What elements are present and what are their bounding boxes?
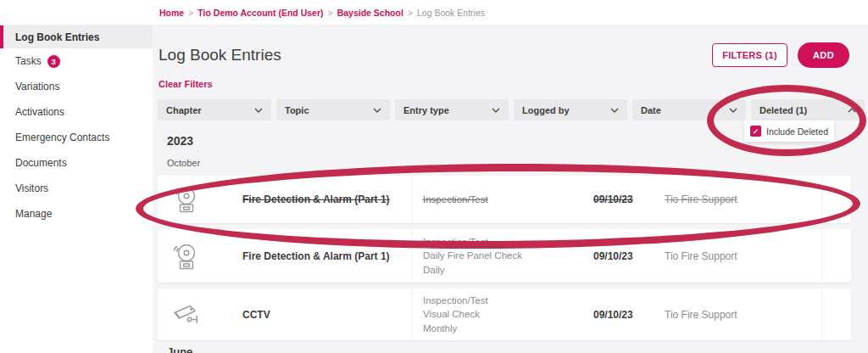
filters-button[interactable]: FILTERS (1) bbox=[712, 43, 787, 67]
log-entry-row-deleted[interactable]: Fire Detection & Alarm (Part 1) Inspecti… bbox=[158, 176, 851, 223]
filter-dropdown-logged-by[interactable]: Logged by bbox=[514, 99, 627, 120]
main-content: Log Book Entries FILTERS (1) ADD Clear F… bbox=[153, 25, 868, 353]
entry-type: Inspection/Test bbox=[423, 235, 593, 249]
sidebar-item-log-book-entries[interactable]: Log Book Entries bbox=[0, 25, 153, 48]
filter-dropdown-deleted[interactable]: Deleted (1) bbox=[751, 99, 865, 120]
cctv-camera-icon bbox=[158, 302, 242, 328]
tasks-count-badge: 3 bbox=[47, 55, 60, 68]
entry-title: Fire Detection & Alarm (Part 1) bbox=[242, 250, 412, 262]
sidebar-item-visitors[interactable]: Visitors bbox=[0, 176, 153, 201]
entry-date: 09/10/23 bbox=[593, 250, 665, 262]
entry-date: 09/10/23 bbox=[593, 309, 665, 321]
include-deleted-checkbox[interactable] bbox=[750, 126, 761, 137]
group-month-heading: October bbox=[167, 158, 200, 168]
log-entry-row[interactable]: CCTV Inspection/Test Visual Check Monthl… bbox=[158, 289, 851, 340]
group-year-heading: 2023 bbox=[167, 134, 193, 148]
filter-bar: Chapter Topic Entry type Logged by Date … bbox=[158, 99, 865, 120]
sidebar-item-label: Manage bbox=[15, 208, 52, 220]
breadcrumb-site[interactable]: Bayside School bbox=[337, 8, 403, 18]
sidebar-item-label: Activations bbox=[15, 106, 64, 118]
entry-details: Inspection/Test Daily Fire Panel Check D… bbox=[412, 229, 593, 283]
sidebar-item-label: Variations bbox=[15, 81, 59, 92]
dropdown-label: Entry type bbox=[403, 105, 449, 115]
breadcrumb-home[interactable]: Home bbox=[159, 8, 184, 18]
include-deleted-panel: Include Deleted bbox=[744, 120, 834, 142]
dropdown-label: Logged by bbox=[522, 105, 570, 115]
include-deleted-label: Include Deleted bbox=[766, 126, 828, 137]
chevron-down-icon bbox=[373, 108, 381, 113]
entry-frequency: Monthly bbox=[423, 322, 593, 335]
sidebar-item-emergency-contacts[interactable]: Emergency Contacts bbox=[0, 125, 153, 150]
log-book-entries-page: Home > Tio Demo Account (End User) > Bay… bbox=[0, 0, 868, 353]
chevron-up-icon bbox=[848, 108, 856, 113]
entry-logged-by: Tio Fire Support bbox=[665, 193, 851, 205]
sidebar-item-label: Log Book Entries bbox=[15, 31, 99, 43]
breadcrumb-separator: > bbox=[328, 8, 333, 18]
page-title: Log Book Entries bbox=[159, 46, 281, 64]
chevron-down-icon bbox=[729, 108, 737, 113]
entry-details: Inspection/Test bbox=[412, 176, 593, 223]
breadcrumb-separator: > bbox=[188, 8, 193, 18]
breadcrumb-separator: > bbox=[408, 8, 413, 18]
entry-date: 09/10/23 bbox=[593, 193, 665, 205]
sidebar-item-activations[interactable]: Activations bbox=[0, 99, 153, 125]
entry-type: Inspection/Test bbox=[423, 294, 593, 307]
log-entry-row[interactable]: Fire Detection & Alarm (Part 1) Inspecti… bbox=[158, 229, 851, 283]
entry-logged-by: Tio Fire Support bbox=[665, 250, 851, 262]
fire-alarm-icon bbox=[158, 185, 242, 214]
filter-dropdown-chapter[interactable]: Chapter bbox=[158, 99, 271, 120]
filter-dropdown-entry-type[interactable]: Entry type bbox=[395, 99, 509, 120]
chevron-down-icon bbox=[254, 108, 263, 113]
add-button[interactable]: ADD bbox=[798, 42, 849, 68]
entry-logged-by: Tio Fire Support bbox=[665, 309, 851, 321]
dropdown-label: Topic bbox=[285, 105, 309, 115]
sidebar-item-label: Emergency Contacts bbox=[15, 132, 109, 143]
filter-dropdown-date[interactable]: Date bbox=[632, 99, 746, 120]
breadcrumb-current: Log Book Entries bbox=[417, 8, 485, 18]
clear-filters-link[interactable]: Clear Filters bbox=[159, 79, 213, 89]
breadcrumb-account[interactable]: Tio Demo Account (End User) bbox=[198, 8, 323, 18]
entry-type: Inspection/Test bbox=[423, 193, 593, 206]
fire-alarm-icon bbox=[158, 242, 242, 271]
entry-title: Fire Detection & Alarm (Part 1) bbox=[242, 193, 412, 205]
chevron-down-icon bbox=[610, 108, 619, 113]
sidebar-item-label: Documents bbox=[15, 157, 67, 169]
sidebar-item-variations[interactable]: Variations bbox=[0, 74, 153, 99]
entry-subtype: Visual Check bbox=[423, 307, 593, 321]
sidebar-item-label: Visitors bbox=[15, 182, 48, 194]
sidebar-item-tasks[interactable]: Tasks 3 bbox=[0, 48, 153, 74]
entry-title: CCTV bbox=[242, 309, 412, 321]
entry-subtype: Daily Fire Panel Check bbox=[423, 249, 593, 262]
dropdown-label: Chapter bbox=[166, 105, 202, 115]
sidebar-item-documents[interactable]: Documents bbox=[0, 150, 153, 176]
breadcrumb: Home > Tio Demo Account (End User) > Bay… bbox=[0, 0, 868, 25]
sidebar-item-manage[interactable]: Manage bbox=[0, 201, 153, 227]
dropdown-label: Deleted (1) bbox=[760, 105, 807, 115]
entry-frequency: Daily bbox=[423, 263, 593, 277]
chevron-down-icon bbox=[492, 108, 500, 113]
dropdown-label: Date bbox=[641, 105, 661, 115]
sidebar-item-label: Tasks bbox=[15, 55, 42, 67]
filter-dropdown-topic[interactable]: Topic bbox=[276, 99, 390, 120]
group-next-month-heading: June bbox=[167, 345, 192, 353]
entry-details: Inspection/Test Visual Check Monthly bbox=[412, 289, 593, 340]
sidebar: Log Book Entries Tasks 3 Variations Acti… bbox=[0, 25, 153, 353]
